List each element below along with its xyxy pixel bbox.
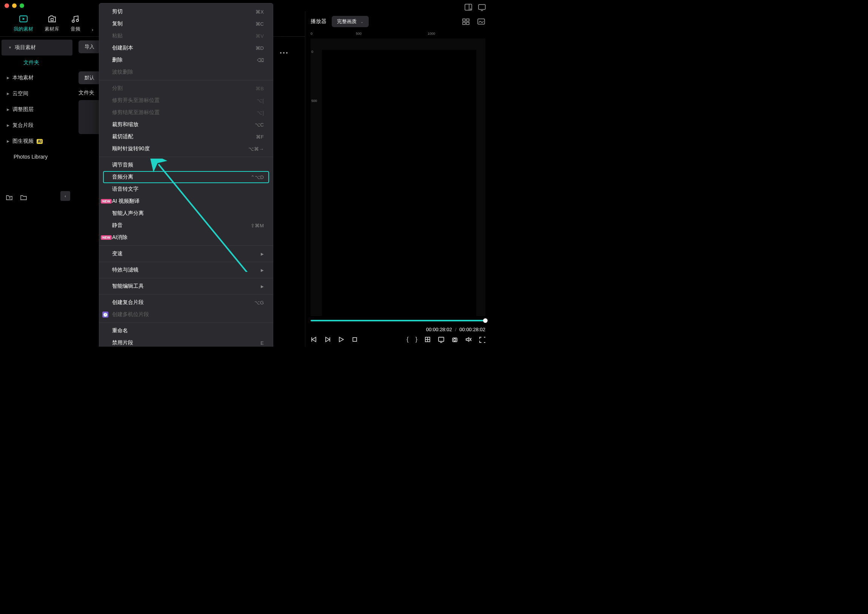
layout-icon[interactable] xyxy=(464,3,473,11)
import-button[interactable]: 导入 xyxy=(79,40,101,53)
sidebar-item-image-to-video[interactable]: ▶图生视频AI xyxy=(0,133,74,149)
scope-icon[interactable] xyxy=(477,18,485,25)
sidebar-footer xyxy=(5,193,27,201)
ruler-horizontal: 05001000 xyxy=(305,32,491,39)
sidebar-item-project-assets[interactable]: ▼项目素材 xyxy=(2,40,73,56)
minimize-window-button[interactable] xyxy=(12,3,17,8)
maximize-window-button[interactable] xyxy=(20,3,24,8)
seekbar[interactable] xyxy=(311,320,485,321)
default-button[interactable]: 默认 xyxy=(79,72,101,84)
menu-cut[interactable]: 剪切⌘X xyxy=(99,6,273,18)
svg-rect-26 xyxy=(439,337,444,341)
svg-point-8 xyxy=(72,20,74,22)
menu-detach-audio[interactable]: 音频分离⌃⌥D xyxy=(103,171,269,183)
sidebar-subfolder[interactable]: 文件夹 xyxy=(0,56,74,70)
top-actions xyxy=(464,3,486,11)
preview-canvas xyxy=(322,50,476,316)
marker-grid-icon[interactable] xyxy=(424,336,431,343)
next-frame-icon[interactable] xyxy=(324,336,331,343)
menu-rename[interactable]: 重命名 xyxy=(99,325,273,337)
menu-crop-zoom[interactable]: 裁剪和缩放⌥C xyxy=(99,118,273,131)
menu-create-multicam: 🕐创建多机位片段 xyxy=(99,308,273,320)
mark-out-icon[interactable]: } xyxy=(415,336,417,343)
menu-ai-remove[interactable]: NEWAI消除 xyxy=(99,232,273,244)
menu-ai-translate[interactable]: NEWAI 视频翻译 xyxy=(99,195,273,207)
quality-select[interactable]: 完整画质⌄ xyxy=(332,16,369,27)
svg-rect-3 xyxy=(479,5,485,9)
menu-create-compound[interactable]: 创建复合片段⌥G xyxy=(99,297,273,308)
svg-marker-21 xyxy=(339,337,343,342)
menu-disable-clip[interactable]: 禁用片段E xyxy=(99,337,273,347)
context-menu: 剪切⌘X 复制⌘C 粘贴⌘V 创建副本⌘D 删除⌫ 波纹删除 分割⌘B 修剪开头… xyxy=(99,3,273,347)
playback-section: 00:00:28:02 / 00:00:28:02 xyxy=(305,316,491,334)
preview-area[interactable]: 0500 xyxy=(311,39,485,316)
sidebar-item-cloud[interactable]: ▶云空间 xyxy=(0,86,74,102)
player-bar: 播放器 完整画质⌄ xyxy=(305,11,491,32)
svg-rect-22 xyxy=(353,337,356,341)
menu-vocal-separate[interactable]: 智能人声分离 xyxy=(99,207,273,219)
menu-trim-start: 修剪开头至游标位置⌥[ xyxy=(99,95,273,106)
svg-rect-7 xyxy=(51,19,53,21)
menu-delete[interactable]: 删除⌫ xyxy=(99,54,273,66)
menu-mute[interactable]: 静音⇧⌘M xyxy=(99,219,273,232)
menu-adjust-audio[interactable]: 调节音频 xyxy=(99,159,273,171)
more-menu-button[interactable] xyxy=(280,52,288,54)
tab-more[interactable]: › xyxy=(92,27,93,33)
tab-audio[interactable]: 音频 xyxy=(71,14,81,33)
menu-ripple-delete: 波纹删除 xyxy=(99,66,273,78)
menu-split: 分割⌘B xyxy=(99,82,273,95)
folder-icon[interactable] xyxy=(20,193,27,201)
svg-rect-13 xyxy=(467,19,469,21)
menu-speed[interactable]: 变速▶ xyxy=(99,248,273,260)
menu-effects-filters[interactable]: 特效与滤镜▶ xyxy=(99,264,273,276)
svg-rect-15 xyxy=(467,22,469,25)
svg-point-29 xyxy=(454,339,456,341)
grid-view-icon[interactable] xyxy=(462,18,470,25)
svg-rect-14 xyxy=(463,22,465,25)
svg-point-2 xyxy=(470,9,471,10)
total-time: 00:00:28:02 xyxy=(459,326,485,332)
menu-speech-to-text[interactable]: 语音转文字 xyxy=(99,183,273,195)
svg-marker-6 xyxy=(23,18,25,20)
svg-point-9 xyxy=(76,19,79,22)
prev-frame-icon[interactable] xyxy=(311,336,318,343)
new-folder-icon[interactable] xyxy=(5,193,13,201)
menu-paste: 粘贴⌘V xyxy=(99,30,273,42)
collapse-sidebar-button[interactable]: ‹ xyxy=(60,191,70,201)
menu-duplicate[interactable]: 创建副本⌘D xyxy=(99,42,273,54)
player-controls: { } xyxy=(305,334,491,347)
ruler-vertical: 0500 xyxy=(312,50,317,103)
stop-icon[interactable] xyxy=(351,336,358,343)
display-icon[interactable] xyxy=(478,3,486,11)
menu-smart-tools[interactable]: 智能编辑工具▶ xyxy=(99,280,273,292)
sidebar-item-photos-library[interactable]: Photos Library xyxy=(0,149,74,164)
sidebar-item-compound[interactable]: ▶复合片段 xyxy=(0,117,74,133)
sidebar-item-adjust-layer[interactable]: ▶调整图层 xyxy=(0,102,74,117)
menu-copy[interactable]: 复制⌘C xyxy=(99,18,273,30)
svg-rect-12 xyxy=(463,19,465,21)
tab-my-assets[interactable]: 我的素材 xyxy=(14,14,33,33)
menu-trim-end: 修剪结尾至游标位置⌥] xyxy=(99,106,273,118)
cast-icon[interactable] xyxy=(438,336,445,343)
play-icon[interactable] xyxy=(338,336,344,343)
close-window-button[interactable] xyxy=(5,3,9,8)
menu-crop-fit[interactable]: 裁切适配⌘F xyxy=(99,131,273,143)
current-time: 00:00:28:02 xyxy=(426,326,452,332)
fullscreen-icon[interactable] xyxy=(479,336,485,343)
menu-rotate-90[interactable]: 顺时针旋转90度⌥⌘→ xyxy=(99,143,273,155)
tab-library[interactable]: 素材库 xyxy=(45,14,59,33)
camera-icon[interactable] xyxy=(451,336,458,343)
player-label: 播放器 xyxy=(311,18,326,25)
mute-icon[interactable] xyxy=(465,336,472,343)
sidebar-item-local[interactable]: ▶本地素材 xyxy=(0,70,74,86)
svg-marker-19 xyxy=(326,337,329,342)
mark-in-icon[interactable]: { xyxy=(406,336,408,343)
svg-marker-17 xyxy=(312,337,316,342)
